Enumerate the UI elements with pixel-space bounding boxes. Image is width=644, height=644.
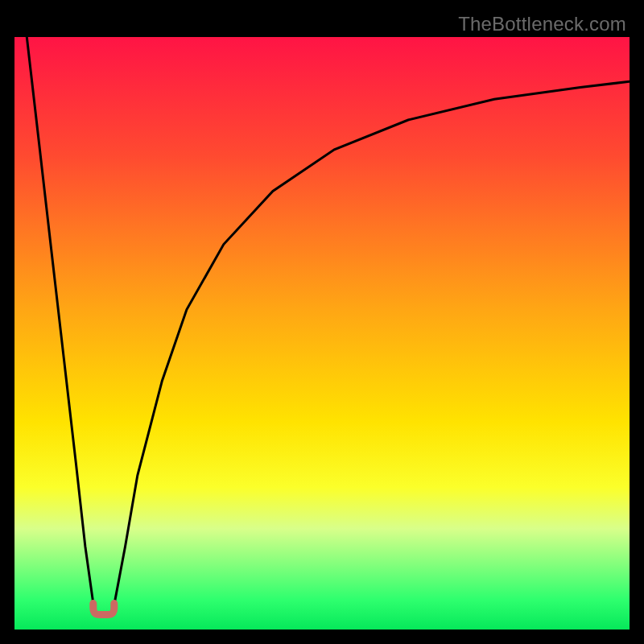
chart-background (14, 37, 630, 630)
chart-frame: TheBottleneck.com (14, 14, 630, 630)
chart-svg (14, 14, 630, 630)
